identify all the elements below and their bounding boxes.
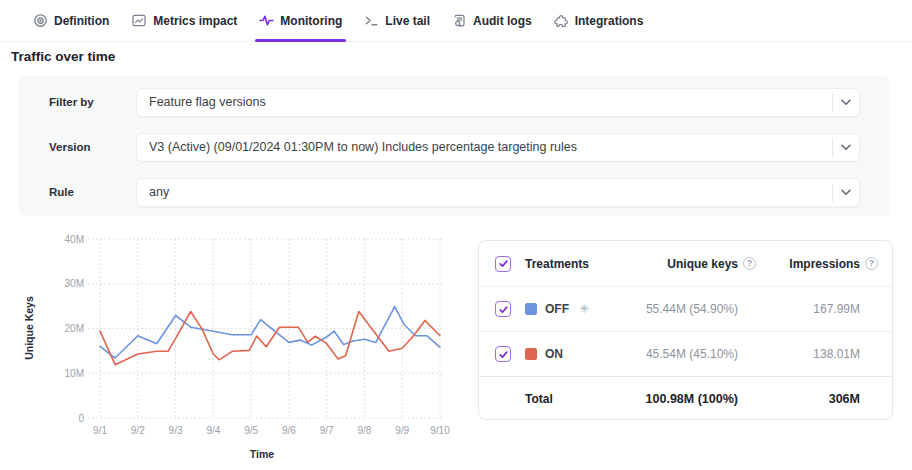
traffic-chart-svg: 9/19/29/39/49/59/69/79/89/99/10010M20M30… (0, 224, 470, 470)
tab-label: Audit logs (473, 14, 532, 28)
treatment-name: OFF (545, 302, 569, 316)
x-tick-label: 9/10 (430, 425, 450, 436)
chevron-down-icon[interactable] (832, 183, 859, 202)
y-axis-title: Unique Keys (23, 296, 35, 360)
version-label: Version (49, 133, 91, 162)
table-header-row: Treatments Unique keys ? Impressions ? (479, 241, 892, 286)
x-tick-label: 9/4 (206, 425, 220, 436)
tab-bar: Definition Metrics impact Monitoring (0, 0, 912, 42)
y-tick-label: 40M (65, 234, 84, 245)
total-impressions: 306M (756, 392, 878, 406)
treatments-table: Treatments Unique keys ? Impressions ? O… (478, 240, 893, 420)
monitoring-page: Definition Metrics impact Monitoring (0, 0, 912, 470)
table-row-on: ON 45.54M (45.10%) 138.01M (479, 331, 892, 376)
version-select[interactable]: V3 (Active) (09/01/2024 01:30PM to now) … (136, 133, 860, 162)
off-color-swatch (525, 303, 537, 315)
treatments-header: Treatments (525, 257, 620, 271)
y-tick-label: 10M (65, 368, 84, 379)
audit-document-icon (452, 13, 467, 28)
tab-definition[interactable]: Definition (33, 0, 109, 41)
treatment-on: ON (525, 347, 620, 361)
select-all-checkbox[interactable] (495, 256, 511, 272)
page-title: Traffic over time (11, 49, 115, 64)
x-tick-label: 9/9 (395, 425, 409, 436)
metrics-chart-icon (131, 13, 147, 28)
tab-label: Metrics impact (153, 14, 237, 28)
unique-keys-header: Unique keys ? (620, 257, 756, 271)
x-tick-label: 9/8 (358, 425, 372, 436)
x-axis-title: Time (250, 448, 274, 460)
table-row-off: OFF ✳ 55.44M (54.90%) 167.99M (479, 286, 892, 331)
filter-by-value: Feature flag versions (149, 89, 825, 116)
tab-integrations[interactable]: Integrations (554, 0, 644, 41)
treatment-name: ON (545, 347, 563, 361)
on-checkbox[interactable] (495, 346, 511, 362)
on-unique-keys: 45.54M (45.10%) (620, 347, 756, 361)
x-tick-label: 9/7 (320, 425, 334, 436)
filter-row-version: Version V3 (Active) (09/01/2024 01:30PM … (18, 133, 890, 162)
terminal-icon (364, 13, 379, 28)
filter-by-label: Filter by (49, 88, 94, 117)
total-label: Total (525, 392, 620, 406)
on-impressions: 138.01M (756, 347, 878, 361)
traffic-chart: 9/19/29/39/49/59/69/79/89/99/10010M20M30… (0, 224, 470, 470)
filter-row-filter-by: Filter by Feature flag versions (18, 88, 890, 117)
off-checkbox[interactable] (495, 301, 511, 317)
tab-label: Definition (54, 14, 109, 28)
tab-label: Live tail (385, 14, 430, 28)
tab-monitoring[interactable]: Monitoring (259, 0, 342, 41)
help-icon[interactable]: ? (743, 257, 756, 270)
filter-by-select[interactable]: Feature flag versions (136, 88, 860, 117)
total-unique-keys: 100.98M (100%) (620, 392, 756, 406)
rule-value: any (149, 179, 825, 206)
chevron-down-icon[interactable] (832, 138, 859, 157)
treatment-off: OFF ✳ (525, 302, 620, 316)
puzzle-icon (554, 13, 569, 28)
chevron-down-icon[interactable] (832, 93, 859, 112)
x-tick-label: 9/1 (93, 425, 107, 436)
off-unique-keys: 55.44M (54.90%) (620, 302, 756, 316)
tab-live-tail[interactable]: Live tail (364, 0, 430, 41)
on-color-swatch (525, 348, 537, 360)
tab-label: Monitoring (280, 14, 342, 28)
series-line-on (100, 312, 440, 365)
tab-label: Integrations (575, 14, 644, 28)
x-tick-label: 9/5 (244, 425, 258, 436)
tab-audit-logs[interactable]: Audit logs (452, 0, 532, 41)
table-total-row: Total 100.98M (100%) 306M (479, 376, 892, 420)
rule-select[interactable]: any (136, 178, 860, 207)
filter-panel: Filter by Feature flag versions Version … (18, 76, 890, 216)
help-icon[interactable]: ? (865, 257, 878, 270)
y-tick-label: 0 (78, 413, 84, 424)
rule-label: Rule (49, 178, 74, 207)
x-tick-label: 9/6 (282, 425, 296, 436)
impressions-header: Impressions ? (756, 257, 878, 271)
filter-row-rule: Rule any (18, 178, 890, 207)
off-impressions: 167.99M (756, 302, 878, 316)
target-icon (33, 13, 48, 28)
y-tick-label: 30M (65, 278, 84, 289)
pulse-icon (259, 13, 274, 28)
tab-metrics-impact[interactable]: Metrics impact (131, 0, 237, 41)
x-tick-label: 9/3 (169, 425, 183, 436)
version-value: V3 (Active) (09/01/2024 01:30PM to now) … (149, 134, 825, 161)
default-treatment-icon: ✳ (579, 302, 589, 316)
x-tick-label: 9/2 (131, 425, 145, 436)
y-tick-label: 20M (65, 323, 84, 334)
